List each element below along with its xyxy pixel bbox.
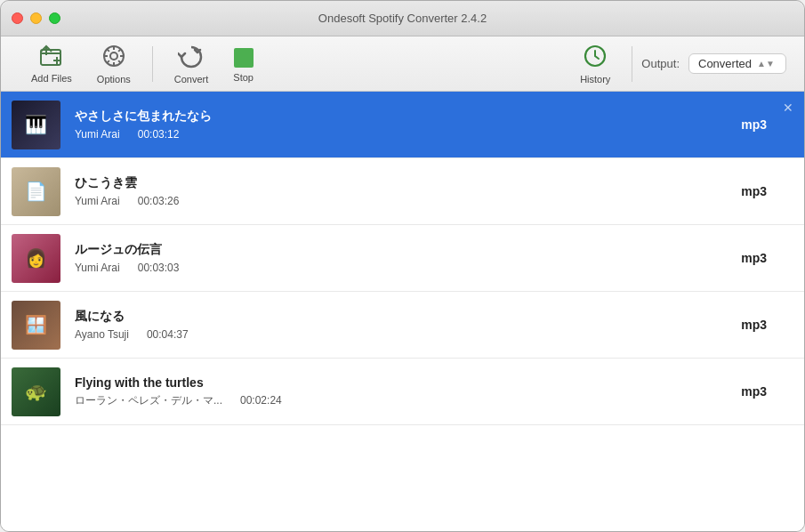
output-value: Converted [698,57,752,70]
options-icon [101,44,126,72]
track-row[interactable]: 📄 ひこうき雲 Yumi Arai 00:03:26 mp3 ✕ [1,158,804,225]
track-thumbnail: 🐢 [12,367,60,416]
history-button[interactable]: History [568,40,623,88]
track-meta: Yumi Arai 00:03:03 [75,262,741,274]
stop-label: Stop [233,72,254,83]
toolbar-separator-2 [632,46,632,82]
output-dropdown[interactable]: Converted ▲▼ [688,53,786,74]
track-title: やさしさに包まれたなら [75,109,741,125]
track-duration: 00:03:26 [138,195,180,207]
track-format: mp3 [741,117,793,132]
track-meta: Ayano Tsuji 00:04:37 [75,328,741,341]
track-artist: ローラン・ペレズ・デル・マ... [75,393,222,408]
track-row[interactable]: 👩 ルージュの伝言 Yumi Arai 00:03:03 mp3 ✕ [1,225,804,292]
titlebar: Ondesoft Spotify Converter 2.4.2 [1,1,804,36]
track-duration: 00:03:03 [138,262,180,274]
history-label: History [580,74,610,85]
track-duration: 00:02:24 [240,394,282,407]
track-info: ひこうき雲 Yumi Arai 00:03:26 [75,175,741,207]
track-info: Flying with the turtles ローラン・ペレズ・デル・マ...… [75,375,741,408]
chevron-down-icon: ▲▼ [757,59,775,69]
track-title: Flying with the turtles [75,375,741,390]
options-label: Options [97,74,131,85]
track-thumbnail: 👩 [12,234,60,283]
track-format: mp3 [741,251,793,265]
toolbar: Add Files Options Convert Stop [1,36,804,92]
convert-button[interactable]: Convert [162,40,221,88]
add-files-label: Add Files [31,73,72,84]
track-meta: Yumi Arai 00:03:26 [75,195,741,207]
track-artist: Yumi Arai [75,195,120,207]
track-thumbnail: 🎹 [12,101,60,149]
app-title: Ondesoft Spotify Converter 2.4.2 [318,12,487,25]
window-controls[interactable] [12,12,60,24]
track-info: やさしさに包まれたなら Yumi Arai 00:03:12 [75,109,741,141]
track-info: ルージュの伝言 Yumi Arai 00:03:03 [75,242,741,274]
options-button[interactable]: Options [85,40,143,88]
track-meta: ローラン・ペレズ・デル・マ... 00:02:24 [75,393,741,408]
remove-track-button[interactable]: ✕ [783,101,793,115]
history-icon [582,44,608,72]
track-artist: Yumi Arai [75,128,120,141]
track-row[interactable]: 🎹 やさしさに包まれたなら Yumi Arai 00:03:12 mp3 ✕ [1,92,804,158]
track-thumbnail: 📄 [12,167,60,216]
output-section: Output: Converted ▲▼ [641,53,786,74]
track-format: mp3 [741,184,793,198]
track-row[interactable]: 🪟 風になる Ayano Tsuji 00:04:37 mp3 ✕ [1,292,804,359]
svg-point-2 [110,52,117,60]
track-row[interactable]: 🐢 Flying with the turtles ローラン・ペレズ・デル・マ.… [1,359,804,425]
track-meta: Yumi Arai 00:03:12 [75,128,741,141]
track-list: 🎹 やさしさに包まれたなら Yumi Arai 00:03:12 mp3 ✕ 📄… [1,92,804,532]
track-format: mp3 [741,384,793,399]
convert-label: Convert [174,74,209,85]
maximize-button[interactable] [49,12,60,24]
stop-icon [234,45,254,70]
track-duration: 00:03:12 [138,128,180,141]
add-files-icon [39,44,64,71]
track-format: mp3 [741,318,793,332]
track-thumbnail: 🪟 [12,301,60,350]
add-files-button[interactable]: Add Files [19,41,85,87]
track-title: ルージュの伝言 [75,242,741,258]
output-label: Output: [641,57,680,70]
close-button[interactable] [12,12,23,24]
convert-icon [178,44,205,72]
track-duration: 00:04:37 [147,328,189,341]
track-artist: Yumi Arai [75,262,120,274]
track-artist: Ayano Tsuji [75,328,129,341]
track-info: 風になる Ayano Tsuji 00:04:37 [75,309,741,341]
track-title: ひこうき雲 [75,175,741,191]
toolbar-separator-1 [152,46,153,82]
track-title: 風になる [75,309,741,325]
stop-button[interactable]: Stop [221,42,266,86]
minimize-button[interactable] [30,12,42,24]
main-content: 🎹 やさしさに包まれたなら Yumi Arai 00:03:12 mp3 ✕ 📄… [1,92,804,532]
